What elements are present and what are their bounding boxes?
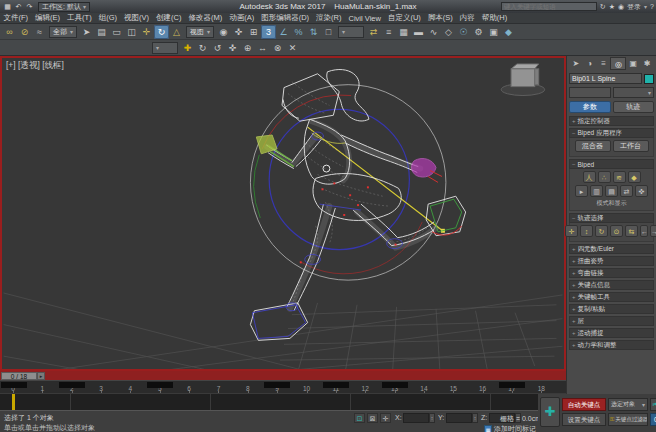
menu-item-10[interactable]: Civil View bbox=[345, 14, 384, 23]
select-by-name-icon[interactable]: ▤ bbox=[94, 25, 109, 39]
rotate-ccw-icon[interactable]: ↺ bbox=[210, 41, 225, 55]
rollout-header-4[interactable]: +四元数/Euler bbox=[569, 244, 654, 254]
controller-list-field[interactable] bbox=[569, 87, 611, 98]
keyframe-9[interactable] bbox=[264, 382, 290, 388]
keyframe-11[interactable] bbox=[323, 382, 349, 388]
rollout-header-0[interactable]: +指定控制器 bbox=[569, 116, 654, 126]
track-select-icon-1[interactable]: ↕ bbox=[580, 225, 593, 237]
keyframe-17[interactable] bbox=[499, 382, 525, 388]
rect-region-icon[interactable]: ▭ bbox=[109, 25, 124, 39]
mode-button-1[interactable]: 轨迹 bbox=[613, 101, 655, 113]
track-bar[interactable]: 0123456789101112131415161718 bbox=[0, 380, 566, 393]
object-color-swatch[interactable] bbox=[644, 74, 654, 84]
ref-coord-combo[interactable]: 视图▾ bbox=[186, 26, 214, 38]
spinner-snap-icon[interactable]: ⇅ bbox=[306, 25, 321, 39]
key-filters-button[interactable]: ⚿ 关键点过滤器... bbox=[608, 413, 648, 426]
track-select-icon-3[interactable]: ⊙ bbox=[610, 225, 623, 237]
constraint-combo[interactable]: ▾ bbox=[152, 42, 178, 54]
subtract-mode-icon[interactable]: ⊗ bbox=[270, 41, 285, 55]
time-slider[interactable]: 0 / 18 ▸ bbox=[0, 371, 566, 380]
undo-icon[interactable]: ↶ bbox=[13, 2, 24, 12]
help-icon[interactable]: ? bbox=[650, 3, 654, 10]
rollout-header-2[interactable]: −Biped bbox=[569, 159, 654, 169]
tab-create[interactable]: ➤ bbox=[569, 57, 583, 70]
y-spinner[interactable]: ↕ bbox=[472, 413, 478, 423]
menu-item-5[interactable]: 创建(C) bbox=[153, 13, 185, 23]
next-frame-nub-icon[interactable]: ▸ bbox=[37, 372, 45, 380]
isolate-selection-icon[interactable]: ⊡ bbox=[354, 413, 365, 423]
select-scale-icon[interactable]: △ bbox=[169, 25, 184, 39]
rollout-header-11[interactable]: +运动捕捉 bbox=[569, 328, 654, 338]
biped-mode-icon-1[interactable]: ∴ bbox=[598, 171, 611, 183]
mode-button-0[interactable]: 参数 bbox=[569, 101, 611, 113]
rendered-frame-icon[interactable]: ▣ bbox=[486, 25, 501, 39]
x-coordinate-field[interactable] bbox=[403, 413, 429, 423]
render-setup-icon[interactable]: ⚙ bbox=[471, 25, 486, 39]
set-key-button[interactable]: 设置关键点 bbox=[562, 413, 606, 426]
tab-modify[interactable]: ◑ bbox=[583, 57, 597, 70]
keyframe-2[interactable] bbox=[59, 382, 85, 388]
rollout-header-3[interactable]: −轨迹选择 bbox=[569, 213, 654, 223]
biped-tool-icon-4[interactable]: ✜ bbox=[635, 185, 648, 197]
viewport-label[interactable]: [+] [透视] [线框] bbox=[6, 60, 64, 72]
modes-display-expander[interactable]: 模式和显示 bbox=[571, 199, 652, 208]
select-object-icon[interactable]: ➤ bbox=[79, 25, 94, 39]
menu-item-11[interactable]: 自定义(U) bbox=[384, 13, 424, 23]
lock-selection-icon[interactable]: ✚ bbox=[180, 41, 195, 55]
biped-mode-icon-0[interactable]: 人 bbox=[583, 171, 596, 183]
biped-mode-icon-3[interactable]: ◆ bbox=[628, 171, 641, 183]
track-mini-icon-0[interactable]: ← bbox=[640, 225, 648, 237]
rollout-header-1[interactable]: −Biped 应用程序 bbox=[569, 128, 654, 138]
track-select-icon-2[interactable]: ↻ bbox=[595, 225, 608, 237]
current-frame-marker[interactable] bbox=[12, 394, 15, 410]
app-menu-icon[interactable]: ▦ bbox=[2, 2, 13, 12]
redo-icon[interactable]: ↷ bbox=[24, 2, 35, 12]
select-link-icon[interactable]: ∞ bbox=[2, 25, 17, 39]
menu-item-0[interactable]: 文件(F) bbox=[0, 13, 32, 23]
menu-item-6[interactable]: 修改器(M) bbox=[185, 13, 226, 23]
view-cube[interactable] bbox=[501, 64, 544, 96]
percent-snap-icon[interactable]: % bbox=[291, 25, 306, 39]
rollout-header-10[interactable]: +层 bbox=[569, 316, 654, 326]
biped-mode-icon-2[interactable]: ≋ bbox=[613, 171, 626, 183]
favorites-icon[interactable]: ★ bbox=[609, 3, 615, 11]
material-editor-icon[interactable]: ☉ bbox=[456, 25, 471, 39]
apps-button-0[interactable]: 混合器 bbox=[575, 140, 611, 152]
x-spinner[interactable]: ↕ bbox=[429, 413, 435, 423]
ribbon-icon[interactable]: ▬ bbox=[411, 25, 426, 39]
mirror-icon[interactable]: ⇄ bbox=[366, 25, 381, 39]
menu-item-3[interactable]: 组(G) bbox=[95, 13, 120, 23]
rollout-header-5[interactable]: +扭曲姿势 bbox=[569, 256, 654, 266]
track-bar-keys[interactable] bbox=[0, 393, 566, 410]
current-frame-field[interactable]: 0 bbox=[650, 413, 656, 426]
keyboard-override-icon[interactable]: ⊞ bbox=[246, 25, 261, 39]
menu-item-4[interactable]: 视图(V) bbox=[121, 13, 153, 23]
rollout-header-9[interactable]: +复制/粘贴 bbox=[569, 304, 654, 314]
rotate-gizmo[interactable] bbox=[250, 85, 445, 280]
clear-icon[interactable]: ✕ bbox=[285, 41, 300, 55]
object-name-field[interactable]: Bip01 L Spine bbox=[569, 73, 642, 84]
controller-combo[interactable]: ▾ bbox=[613, 87, 655, 98]
window-crossing-icon[interactable]: ◫ bbox=[124, 25, 139, 39]
layer-manager-icon[interactable]: ▦ bbox=[396, 25, 411, 39]
rollout-header-8[interactable]: +关键帧工具 bbox=[569, 292, 654, 302]
time-slider-handle[interactable]: 0 / 18 bbox=[1, 372, 37, 380]
rotate-cw-icon[interactable]: ↻ bbox=[195, 41, 210, 55]
set-keys-button[interactable]: ✚ bbox=[540, 397, 560, 427]
angle-snap-icon[interactable]: ∠ bbox=[276, 25, 291, 39]
viewport-canvas[interactable] bbox=[2, 58, 564, 369]
menu-item-7[interactable]: 动画(A) bbox=[226, 13, 258, 23]
search-history-icon[interactable]: ↻ bbox=[600, 3, 606, 11]
select-move-icon[interactable]: ✛ bbox=[139, 25, 154, 39]
absolute-offset-icon[interactable]: ✛ bbox=[380, 413, 391, 423]
add-mode-icon[interactable]: ⊕ bbox=[240, 41, 255, 55]
search-input[interactable] bbox=[501, 2, 597, 11]
use-pivot-center-icon[interactable]: ◉ bbox=[216, 25, 231, 39]
go-to-start-icon[interactable]: ⏮ bbox=[650, 398, 656, 411]
all-axes-icon[interactable]: ✜ bbox=[225, 41, 240, 55]
key-selection-combo[interactable]: 选定对象 ▾ bbox=[608, 398, 648, 411]
schematic-view-icon[interactable]: ◇ bbox=[441, 25, 456, 39]
menu-item-14[interactable]: 帮助(H) bbox=[478, 13, 510, 23]
time-tag[interactable]: ▦ 添加时间标记 bbox=[484, 424, 536, 432]
named-selection-sets-icon[interactable]: □ bbox=[321, 25, 336, 39]
